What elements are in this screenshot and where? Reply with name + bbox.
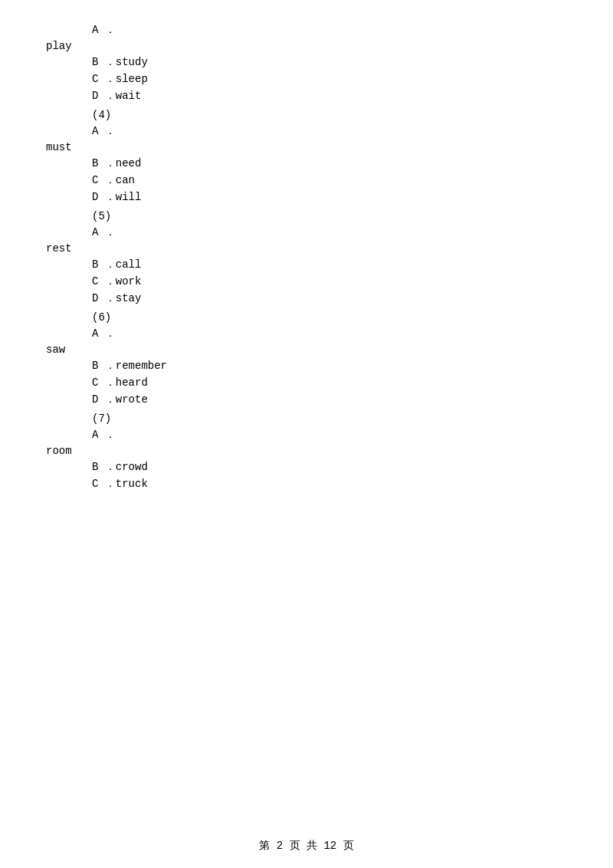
q4-num-label: (4) <box>92 109 111 121</box>
q6-d-label: D ．wrote <box>92 393 148 406</box>
footer-text: 第 2 页 共 12 页 <box>259 840 353 852</box>
q5-num-label: (5) <box>92 210 111 222</box>
q7-a-option: A ． <box>92 428 567 442</box>
page-content: A ． play B ．study C ．sleep D ．wait (4) A… <box>0 0 613 541</box>
q4-b-label: B ．need <box>92 157 141 169</box>
q3-c-option: C ．sleep <box>92 72 567 86</box>
q3-b-label: B ．study <box>92 56 148 68</box>
page-footer: 第 2 页 共 12 页 <box>0 839 613 853</box>
q6-b-option: B ．remember <box>92 359 567 373</box>
q7-b-option: B ．crowd <box>92 460 567 474</box>
q6-a-option: A ． <box>92 327 567 340</box>
q3-d-option: D ．wait <box>92 89 567 103</box>
q5-number: (5) <box>92 210 567 222</box>
q5-d-option: D ．stay <box>92 291 567 305</box>
q4-answer-word: must <box>46 141 567 153</box>
question-3-block: A ． play B ．study C ．sleep D ．wait <box>46 23 567 103</box>
q6-c-option: C ．heard <box>92 376 567 390</box>
q3-word: play <box>46 40 72 52</box>
q6-c-label: C ．heard <box>92 376 148 389</box>
q4-c-option: C ．can <box>92 173 567 187</box>
q7-number: (7) <box>92 413 567 425</box>
q7-a-label: A ． <box>92 429 116 441</box>
q6-answer-word: saw <box>46 344 567 356</box>
q5-d-label: D ．stay <box>92 292 141 304</box>
q4-c-label: C ．can <box>92 174 135 186</box>
q5-b-label: B ．call <box>92 258 141 271</box>
q7-answer-word: room <box>46 445 567 457</box>
q3-a-option: A ． <box>92 23 567 37</box>
q4-a-option: A ． <box>92 124 567 138</box>
q5-c-label: C ．work <box>92 275 141 288</box>
q4-a-label: A ． <box>92 125 116 137</box>
q5-word: rest <box>46 242 72 255</box>
q6-number: (6) <box>92 311 567 324</box>
q5-answer-word: rest <box>46 242 567 255</box>
q7-b-label: B ．crowd <box>92 461 148 473</box>
q5-a-label: A ． <box>92 226 116 238</box>
q5-c-option: C ．work <box>92 275 567 288</box>
q7-num-label: (7) <box>92 413 111 425</box>
q7-c-label: C ．truck <box>92 478 148 490</box>
question-6-block: (6) A ． saw B ．remember C ．heard D ．wrot… <box>46 311 567 406</box>
q4-d-label: D ．will <box>92 191 141 203</box>
q5-a-option: A ． <box>92 225 567 239</box>
question-7-block: (7) A ． room B ．crowd C ．truck <box>46 413 567 491</box>
q4-d-option: D ．will <box>92 190 567 204</box>
q4-number: (4) <box>92 109 567 121</box>
question-5-block: (5) A ． rest B ．call C ．work D ．stay <box>46 210 567 305</box>
q3-b-option: B ．study <box>92 55 567 69</box>
q6-num-label: (6) <box>92 311 111 324</box>
q6-a-label: A ． <box>92 327 116 340</box>
q6-b-label: B ．remember <box>92 360 167 372</box>
q3-c-label: C ．sleep <box>92 73 148 85</box>
q3-a-label: A ． <box>92 24 116 36</box>
q4-b-option: B ．need <box>92 156 567 170</box>
q6-word: saw <box>46 344 65 356</box>
q6-d-option: D ．wrote <box>92 393 567 406</box>
q5-b-option: B ．call <box>92 258 567 271</box>
question-4-block: (4) A ． must B ．need C ．can D ．will <box>46 109 567 204</box>
q3-d-label: D ．wait <box>92 90 141 102</box>
q3-answer-word: play <box>46 40 567 52</box>
q4-word: must <box>46 141 72 153</box>
q7-c-option: C ．truck <box>92 477 567 491</box>
q7-word: room <box>46 445 72 457</box>
